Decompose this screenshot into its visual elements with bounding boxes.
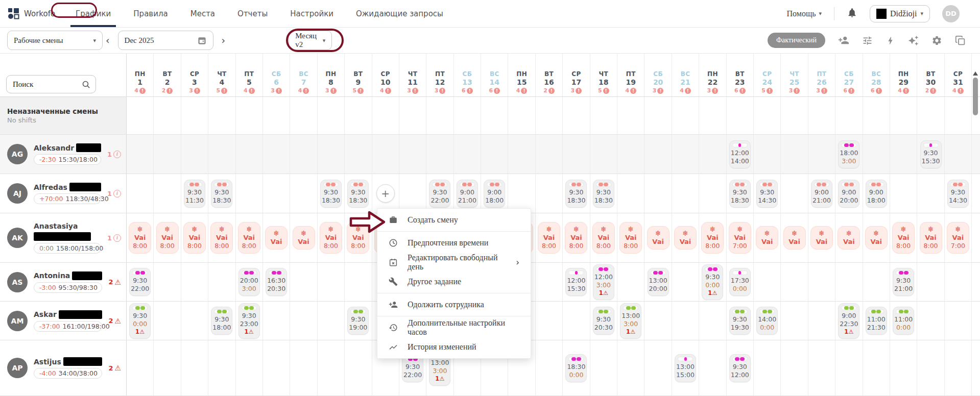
day-cell[interactable]: 9:3018:30 (727, 174, 754, 213)
day-cell[interactable]: 13:0020:00 (644, 263, 672, 301)
scroll-up-arrow-icon[interactable] (973, 71, 978, 76)
day-cell[interactable] (890, 340, 917, 395)
day-cell[interactable]: + (372, 174, 399, 213)
day-cell[interactable] (290, 340, 317, 395)
day-cell[interactable]: 14:000:00 (754, 302, 781, 340)
day-cell[interactable] (672, 97, 699, 134)
day-cell[interactable] (672, 135, 699, 174)
shift-chip[interactable]: 9:3018:30 (320, 180, 342, 208)
shift-chip[interactable]: 9:3018:30 (593, 180, 614, 208)
day-cell[interactable] (181, 135, 208, 174)
day-cell[interactable] (208, 135, 235, 174)
day-header[interactable]: ПН14! (127, 54, 154, 96)
day-header[interactable]: ЧТ253! (781, 54, 808, 96)
day-cell[interactable] (536, 174, 563, 213)
vacation-chip[interactable]: ❄Vai8:00 (183, 222, 206, 254)
day-cell[interactable] (508, 174, 535, 213)
day-cell[interactable]: 9:3022:00 (426, 174, 453, 213)
day-cell[interactable]: 9:3019:30 (727, 302, 754, 340)
employee-alert-badge[interactable]: 1i (107, 190, 121, 197)
day-cell[interactable]: ❄Vai (781, 213, 808, 262)
day-cell[interactable] (454, 97, 481, 134)
shift-chip[interactable]: 9:0018:00 (484, 180, 505, 208)
day-cell[interactable] (617, 340, 644, 395)
menu-item[interactable]: Предпочтения времени (377, 233, 531, 253)
day-cell[interactable]: 9:3012:00 (727, 340, 754, 395)
day-header[interactable]: СР314! (945, 54, 972, 96)
day-cell[interactable] (699, 302, 726, 340)
day-cell[interactable] (781, 340, 808, 395)
day-header[interactable]: СР245! (754, 54, 781, 96)
employee-alert-badge[interactable]: 1i (107, 234, 121, 242)
shift-chip[interactable]: 13:0020:00 (648, 268, 669, 296)
shift-chip[interactable]: 9:3011:30 (184, 180, 205, 208)
day-cell[interactable]: ❄Vai8:00 (536, 213, 563, 262)
day-cell[interactable] (754, 263, 781, 301)
day-cell[interactable] (508, 97, 535, 134)
day-header[interactable]: СБ276! (835, 54, 863, 96)
shift-chip[interactable]: 9:3021:00 (893, 268, 914, 296)
day-cell[interactable]: ❄Vai8:00 (917, 213, 944, 262)
day-cell[interactable]: ❄Vai7:00 (945, 213, 972, 262)
day-cell[interactable]: 9:3023:001⚠ (236, 302, 263, 340)
day-cell[interactable] (563, 135, 590, 174)
day-cell[interactable] (426, 97, 453, 134)
day-header[interactable]: ЧТ45! (208, 54, 235, 96)
day-cell[interactable] (236, 135, 263, 174)
vacation-chip[interactable]: ❄Vai8:00 (238, 222, 260, 254)
day-cell[interactable] (181, 340, 208, 395)
day-header[interactable]: СБ63! (263, 54, 290, 96)
day-cell[interactable] (318, 302, 345, 340)
day-cell[interactable] (727, 97, 754, 134)
vacation-chip[interactable]: ❄Vai8:00 (619, 222, 642, 254)
vacation-chip[interactable]: ❄Vai (674, 226, 697, 250)
day-header[interactable]: СР33! (181, 54, 208, 96)
day-cell[interactable] (236, 174, 263, 213)
vacation-chip[interactable]: ❄Vai (265, 226, 288, 250)
day-header[interactable]: ЧТ113! (399, 54, 426, 96)
day-cell[interactable] (181, 302, 208, 340)
shift-chip[interactable]: 18:300:00 (565, 354, 587, 382)
day-cell[interactable] (508, 135, 535, 174)
tab-Настройки[interactable]: Настройки (279, 0, 345, 27)
day-cell[interactable] (863, 97, 890, 134)
menu-item[interactable]: Одолжить сотрудника (377, 295, 531, 314)
shift-chip[interactable]: 11:000:00 (893, 307, 914, 335)
day-cell[interactable]: ❄Vai7:00 (727, 213, 754, 262)
day-cell[interactable]: 9:3020:30 (590, 302, 617, 340)
day-cell[interactable] (127, 340, 154, 395)
day-header[interactable]: ВТ22! (154, 54, 181, 96)
vacation-chip[interactable]: ❄Vai8:00 (156, 222, 179, 254)
day-cell[interactable]: 9:0018:00 (481, 174, 508, 213)
day-cell[interactable] (672, 174, 699, 213)
day-cell[interactable] (617, 135, 644, 174)
day-cell[interactable] (644, 340, 672, 395)
day-cell[interactable] (644, 174, 672, 213)
shift-chip[interactable]: 14:000:00 (756, 307, 778, 335)
vacation-chip[interactable]: ❄Vai (838, 226, 860, 250)
day-cell[interactable] (263, 174, 290, 213)
shift-chip[interactable]: 9:3020:30 (593, 307, 614, 335)
date-picker[interactable]: Dec 2025 (118, 31, 213, 50)
shift-chip[interactable]: 9:3014:30 (947, 180, 969, 208)
day-cell[interactable]: 16:3020:30 (263, 263, 290, 301)
day-cell[interactable] (754, 135, 781, 174)
day-cell[interactable]: ❄Vai8:00 (181, 213, 208, 262)
shift-chip[interactable]: 17:300:00 (729, 268, 751, 296)
vacation-chip[interactable]: ❄Vai7:00 (947, 222, 969, 254)
actual-mode-button[interactable]: Фактический (768, 33, 825, 48)
day-cell[interactable]: 9:300:001⚠ (127, 302, 154, 340)
day-cell[interactable]: 9:3014:30 (754, 174, 781, 213)
day-cell[interactable]: ❄Vai8:00 (208, 213, 235, 262)
vacation-chip[interactable]: ❄Vai (647, 226, 670, 250)
day-cell[interactable] (672, 302, 699, 340)
employee-alert-badge[interactable]: 1i (107, 151, 121, 158)
day-header[interactable]: ПТ54! (236, 54, 263, 96)
employee-alert-badge[interactable]: 2⚠ (108, 278, 121, 286)
day-cell[interactable] (781, 263, 808, 301)
vacation-chip[interactable]: ❄Vai8:00 (565, 222, 587, 254)
day-cell[interactable] (318, 263, 345, 301)
shift-chip[interactable]: 9:0021:00 (457, 180, 478, 208)
shift-chip[interactable]: 9:3022:00 (429, 180, 450, 208)
day-cell[interactable] (399, 135, 426, 174)
